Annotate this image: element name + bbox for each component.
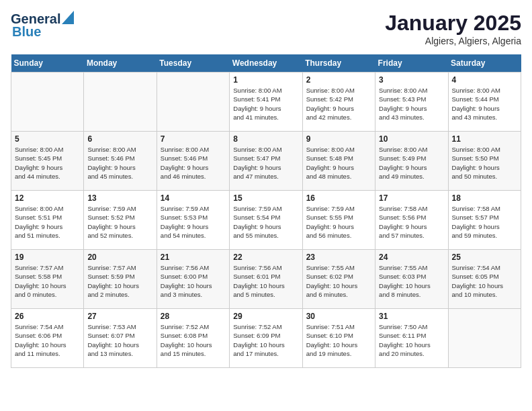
day-number: 9 (306, 134, 371, 144)
day-number: 12 (15, 193, 80, 203)
day-info: Sunrise: 7:55 AM Sunset: 6:02 PM Dayligh… (306, 263, 371, 299)
calendar-week-row: 5Sunrise: 8:00 AM Sunset: 5:45 PM Daylig… (11, 132, 521, 191)
calendar-cell: 26Sunrise: 7:54 AM Sunset: 6:06 PM Dayli… (11, 309, 84, 368)
col-header-wednesday: Wednesday (230, 54, 302, 73)
calendar-cell: 19Sunrise: 7:57 AM Sunset: 5:58 PM Dayli… (11, 250, 84, 309)
col-header-thursday: Thursday (302, 54, 375, 73)
day-info: Sunrise: 7:56 AM Sunset: 6:01 PM Dayligh… (233, 263, 298, 299)
day-info: Sunrise: 7:57 AM Sunset: 5:59 PM Dayligh… (87, 263, 152, 299)
day-number: 20 (87, 253, 152, 262)
calendar-header-row: SundayMondayTuesdayWednesdayThursdayFrid… (11, 54, 521, 73)
col-header-saturday: Saturday (448, 54, 521, 73)
day-number: 15 (233, 193, 298, 203)
day-number: 19 (15, 253, 80, 262)
day-info: Sunrise: 8:00 AM Sunset: 5:43 PM Dayligh… (379, 86, 444, 122)
day-number: 31 (379, 312, 444, 321)
calendar-cell: 30Sunrise: 7:51 AM Sunset: 6:10 PM Dayli… (302, 309, 375, 368)
day-info: Sunrise: 7:56 AM Sunset: 6:00 PM Dayligh… (161, 263, 226, 299)
day-number: 23 (306, 253, 371, 262)
day-info: Sunrise: 8:00 AM Sunset: 5:50 PM Dayligh… (452, 145, 517, 181)
day-info: Sunrise: 7:52 AM Sunset: 6:09 PM Dayligh… (233, 322, 298, 358)
calendar-week-row: 1Sunrise: 8:00 AM Sunset: 5:41 PM Daylig… (11, 73, 521, 132)
calendar-cell: 9Sunrise: 8:00 AM Sunset: 5:48 PM Daylig… (302, 132, 375, 191)
day-info: Sunrise: 7:53 AM Sunset: 6:07 PM Dayligh… (87, 322, 152, 358)
calendar-cell (11, 73, 84, 132)
day-number: 2 (306, 75, 371, 85)
calendar-cell (84, 73, 157, 132)
logo: General Blue (11, 11, 74, 40)
day-number: 3 (379, 75, 444, 85)
day-info: Sunrise: 7:59 AM Sunset: 5:53 PM Dayligh… (161, 204, 226, 240)
calendar-cell: 6Sunrise: 8:00 AM Sunset: 5:46 PM Daylig… (84, 132, 157, 191)
day-number: 6 (87, 134, 152, 144)
day-number: 16 (306, 193, 371, 203)
day-info: Sunrise: 8:00 AM Sunset: 5:51 PM Dayligh… (15, 204, 80, 240)
calendar-cell: 10Sunrise: 8:00 AM Sunset: 5:49 PM Dayli… (375, 132, 448, 191)
calendar-cell (448, 309, 521, 368)
day-info: Sunrise: 8:00 AM Sunset: 5:47 PM Dayligh… (233, 145, 298, 181)
day-number: 29 (233, 312, 298, 321)
day-info: Sunrise: 7:54 AM Sunset: 6:06 PM Dayligh… (15, 322, 80, 358)
calendar-week-row: 26Sunrise: 7:54 AM Sunset: 6:06 PM Dayli… (11, 309, 521, 368)
day-info: Sunrise: 8:00 AM Sunset: 5:42 PM Dayligh… (306, 86, 371, 122)
day-number: 21 (161, 253, 226, 262)
calendar-cell: 16Sunrise: 7:59 AM Sunset: 5:55 PM Dayli… (302, 191, 375, 250)
calendar-cell: 1Sunrise: 8:00 AM Sunset: 5:41 PM Daylig… (230, 73, 302, 132)
day-info: Sunrise: 8:00 AM Sunset: 5:46 PM Dayligh… (87, 145, 152, 181)
col-header-tuesday: Tuesday (157, 54, 229, 73)
day-number: 24 (379, 253, 444, 262)
calendar-cell: 21Sunrise: 7:56 AM Sunset: 6:00 PM Dayli… (157, 250, 229, 309)
calendar-week-row: 19Sunrise: 7:57 AM Sunset: 5:58 PM Dayli… (11, 250, 521, 309)
calendar-week-row: 12Sunrise: 8:00 AM Sunset: 5:51 PM Dayli… (11, 191, 521, 250)
calendar-cell: 12Sunrise: 8:00 AM Sunset: 5:51 PM Dayli… (11, 191, 84, 250)
calendar-cell: 4Sunrise: 8:00 AM Sunset: 5:44 PM Daylig… (448, 73, 521, 132)
day-info: Sunrise: 7:51 AM Sunset: 6:10 PM Dayligh… (306, 322, 371, 358)
calendar-cell: 27Sunrise: 7:53 AM Sunset: 6:07 PM Dayli… (84, 309, 157, 368)
calendar-cell: 8Sunrise: 8:00 AM Sunset: 5:47 PM Daylig… (230, 132, 302, 191)
day-number: 18 (452, 193, 517, 203)
day-number: 13 (87, 193, 152, 203)
day-number: 17 (379, 193, 444, 203)
day-number: 5 (15, 134, 80, 144)
day-info: Sunrise: 8:00 AM Sunset: 5:46 PM Dayligh… (161, 145, 226, 181)
calendar-cell: 11Sunrise: 8:00 AM Sunset: 5:50 PM Dayli… (448, 132, 521, 191)
svg-marker-0 (62, 11, 74, 24)
day-number: 27 (87, 312, 152, 321)
day-info: Sunrise: 7:57 AM Sunset: 5:58 PM Dayligh… (15, 263, 80, 299)
day-number: 11 (452, 134, 517, 144)
day-number: 22 (233, 253, 298, 262)
page-header: General Blue January 2025 Algiers, Algie… (11, 11, 521, 46)
calendar-cell: 25Sunrise: 7:54 AM Sunset: 6:05 PM Dayli… (448, 250, 521, 309)
day-info: Sunrise: 7:59 AM Sunset: 5:55 PM Dayligh… (306, 204, 371, 240)
day-number: 30 (306, 312, 371, 321)
day-info: Sunrise: 7:59 AM Sunset: 5:52 PM Dayligh… (87, 204, 152, 240)
calendar-table: SundayMondayTuesdayWednesdayThursdayFrid… (11, 54, 521, 368)
calendar-cell: 20Sunrise: 7:57 AM Sunset: 5:59 PM Dayli… (84, 250, 157, 309)
day-info: Sunrise: 8:00 AM Sunset: 5:44 PM Dayligh… (452, 86, 517, 122)
calendar-title: January 2025 (385, 11, 521, 36)
day-info: Sunrise: 7:54 AM Sunset: 6:05 PM Dayligh… (452, 263, 517, 299)
day-number: 1 (233, 75, 298, 85)
day-number: 25 (452, 253, 517, 262)
calendar-subtitle: Algiers, Algiers, Algeria (385, 36, 521, 46)
calendar-cell: 31Sunrise: 7:50 AM Sunset: 6:11 PM Dayli… (375, 309, 448, 368)
day-info: Sunrise: 7:52 AM Sunset: 6:08 PM Dayligh… (161, 322, 226, 358)
col-header-monday: Monday (84, 54, 157, 73)
day-number: 8 (233, 134, 298, 144)
calendar-cell: 7Sunrise: 8:00 AM Sunset: 5:46 PM Daylig… (157, 132, 229, 191)
calendar-cell: 5Sunrise: 8:00 AM Sunset: 5:45 PM Daylig… (11, 132, 84, 191)
col-header-sunday: Sunday (11, 54, 84, 73)
day-info: Sunrise: 8:00 AM Sunset: 5:41 PM Dayligh… (233, 86, 298, 122)
calendar-cell: 3Sunrise: 8:00 AM Sunset: 5:43 PM Daylig… (375, 73, 448, 132)
day-number: 28 (161, 312, 226, 321)
day-info: Sunrise: 7:59 AM Sunset: 5:54 PM Dayligh… (233, 204, 298, 240)
day-info: Sunrise: 7:50 AM Sunset: 6:11 PM Dayligh… (379, 322, 444, 358)
day-info: Sunrise: 7:58 AM Sunset: 5:56 PM Dayligh… (379, 204, 444, 240)
day-info: Sunrise: 7:58 AM Sunset: 5:57 PM Dayligh… (452, 204, 517, 240)
calendar-cell: 28Sunrise: 7:52 AM Sunset: 6:08 PM Dayli… (157, 309, 229, 368)
day-info: Sunrise: 8:00 AM Sunset: 5:48 PM Dayligh… (306, 145, 371, 181)
calendar-cell: 14Sunrise: 7:59 AM Sunset: 5:53 PM Dayli… (157, 191, 229, 250)
calendar-cell (157, 73, 229, 132)
col-header-friday: Friday (375, 54, 448, 73)
calendar-cell: 13Sunrise: 7:59 AM Sunset: 5:52 PM Dayli… (84, 191, 157, 250)
